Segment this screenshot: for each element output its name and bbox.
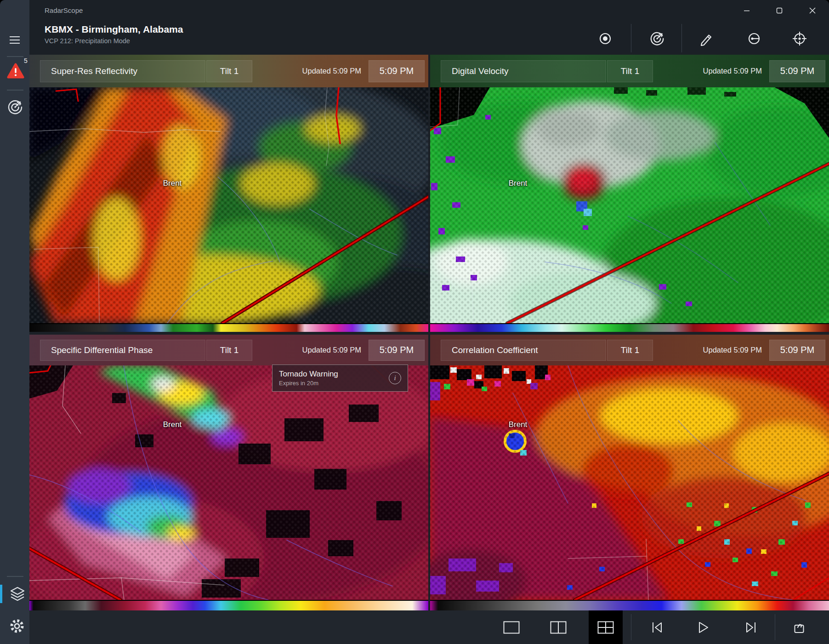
settings-gear-icon[interactable] [8,617,26,635]
radar-sweep-icon[interactable] [646,28,668,50]
product-selector[interactable]: Super-Res Reflectivity [40,60,205,82]
kdp-color-scale [29,600,428,610]
correlation-color-scale [430,600,829,610]
updated-time-label: Updated 5:09 PM [302,346,361,354]
share-icon[interactable] [788,610,812,644]
bottom-toolbar [29,610,829,644]
minimize-button[interactable] [736,0,757,21]
sidebar-divider [7,576,23,577]
annotation-pencil-icon[interactable] [695,28,717,50]
frame-time-button[interactable]: 5:09 PM [369,340,425,361]
product-selector[interactable]: Specific Differential Phase [40,340,205,361]
product-selector[interactable]: Correlation Coefficient [441,340,606,361]
updated-time-label: Updated 5:09 PM [302,67,361,75]
play-icon[interactable] [692,610,715,644]
panel-super-res-reflectivity: Brent Super-Res Reflectivity Tilt 1 Upda… [29,55,428,332]
frame-time-button[interactable]: 5:09 PM [769,60,825,82]
panel-specific-differential-phase: Brent Specific Differential Phase Tilt 1… [29,335,428,610]
panel-header-band: Correlation Coefficient Tilt 1 Updated 5… [430,335,829,365]
skip-start-icon[interactable] [645,610,669,644]
info-icon[interactable]: i [389,372,401,384]
frame-time-button[interactable]: 5:09 PM [369,60,425,82]
app-title: RadarScope [45,6,83,14]
sidebar-divider [7,56,23,57]
toolbar-separator [631,614,631,640]
radar-map-reflectivity[interactable]: Brent [29,87,428,323]
sidebar: 5 [0,0,29,644]
toolbar-separator [775,614,775,640]
tilt-selector[interactable]: Tilt 1 [206,340,252,361]
reflectivity-color-scale [29,323,428,332]
menu-icon[interactable] [7,34,22,46]
maximize-button[interactable] [769,0,790,21]
radar-status-icon[interactable] [594,28,616,50]
tilt-selector[interactable]: Tilt 1 [206,60,252,82]
city-label: Brent [163,420,182,429]
panel-header-band: Super-Res Reflectivity Tilt 1 Updated 5:… [29,55,428,87]
toolbar-separator [631,24,631,52]
radar-sweep-icon[interactable] [6,98,24,116]
velocity-color-scale [430,323,829,332]
skip-end-icon[interactable] [739,610,763,644]
city-label: Brent [509,179,528,188]
city-label: Brent [509,420,528,429]
sidebar-divider [7,90,23,91]
updated-time-label: Updated 5:09 PM [703,67,762,75]
updated-time-label: Updated 5:09 PM [703,346,762,354]
tornado-warning-popup[interactable]: Tornado Warning Expires in 20m i [272,365,408,392]
panel-header-band: Digital Velocity Tilt 1 Updated 5:09 PM … [430,55,829,87]
range-ring-icon[interactable] [743,28,765,50]
radar-map-velocity[interactable]: Brent [430,87,829,323]
radarscope-window: 5 RadarScope [0,0,829,644]
toolbar-separator [681,24,682,52]
warning-expiry: Expires in 20m [279,379,338,387]
tilt-selector[interactable]: Tilt 1 [607,340,653,361]
panel-correlation-coefficient: Brent Correlation Coefficient Tilt 1 Upd… [430,335,829,610]
panel-header-band: Specific Differential Phase Tilt 1 Updat… [29,335,428,365]
radar-map-kdp[interactable]: Brent [29,365,428,600]
active-tool-indicator [0,585,2,603]
radar-map-correlation[interactable]: Brent [430,365,829,600]
dual-pane-icon[interactable] [546,610,570,644]
warning-title: Tornado Warning [279,369,338,379]
warning-triangle-icon[interactable] [6,62,25,80]
frame-time-button[interactable]: 5:09 PM [769,340,825,361]
single-pane-icon[interactable] [500,610,523,644]
station-title: KBMX - Birmingham, Alabama [45,24,183,35]
close-button[interactable] [802,0,823,21]
tilt-selector[interactable]: Tilt 1 [607,60,653,82]
station-mode: VCP 212: Precipitation Mode [45,37,130,45]
panel-digital-velocity: Brent Digital Velocity Tilt 1 Updated 5:… [430,55,829,332]
quad-pane-icon[interactable] [594,610,618,644]
product-selector[interactable]: Digital Velocity [441,60,606,82]
main-area: RadarScope KBMX - Birmingham, Alabama VC… [29,0,829,644]
center-location-icon[interactable] [789,28,811,50]
city-label: Brent [163,179,182,188]
layers-icon[interactable] [8,585,27,603]
